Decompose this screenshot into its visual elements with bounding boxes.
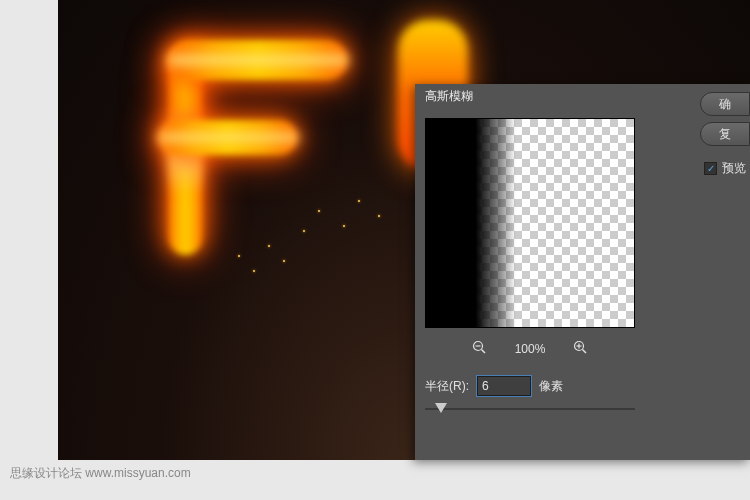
slider-thumb[interactable]	[435, 403, 447, 413]
footer-url[interactable]: www.missyuan.com	[85, 466, 190, 480]
preview-thumbnail[interactable]	[425, 118, 635, 328]
preview-checkbox-row: ✓ 预览	[700, 160, 750, 177]
preview-checkbox[interactable]: ✓	[704, 162, 717, 175]
page-footer: 思缘设计论坛 www.missyuan.com	[10, 465, 191, 482]
dialog-body: 确 复 ✓ 预览 100% 半径(R): 像素	[415, 110, 750, 424]
zoom-in-icon[interactable]	[573, 340, 588, 358]
preview-mask-gradient	[426, 119, 516, 327]
zoom-percent: 100%	[515, 342, 546, 356]
radius-label: 半径(R):	[425, 378, 469, 395]
zoom-out-icon[interactable]	[472, 340, 487, 358]
slider-track-line	[425, 408, 635, 410]
gaussian-blur-dialog: 高斯模糊 确 复 ✓ 预览 100% 半径(R): 像素	[415, 84, 750, 460]
radius-unit: 像素	[539, 378, 563, 395]
reset-button[interactable]: 复	[700, 122, 750, 146]
ok-button[interactable]: 确	[700, 92, 750, 116]
radius-slider[interactable]	[425, 402, 635, 416]
preview-label: 预览	[722, 160, 746, 177]
radius-input[interactable]	[477, 376, 531, 396]
fire-text-effect	[138, 20, 418, 300]
dialog-buttons: 确 复 ✓ 预览	[700, 92, 750, 177]
footer-forum: 思缘设计论坛	[10, 466, 82, 480]
svg-line-1	[481, 350, 485, 354]
radius-row: 半径(R): 像素	[425, 376, 740, 396]
zoom-controls: 100%	[425, 340, 635, 358]
svg-line-4	[583, 350, 587, 354]
